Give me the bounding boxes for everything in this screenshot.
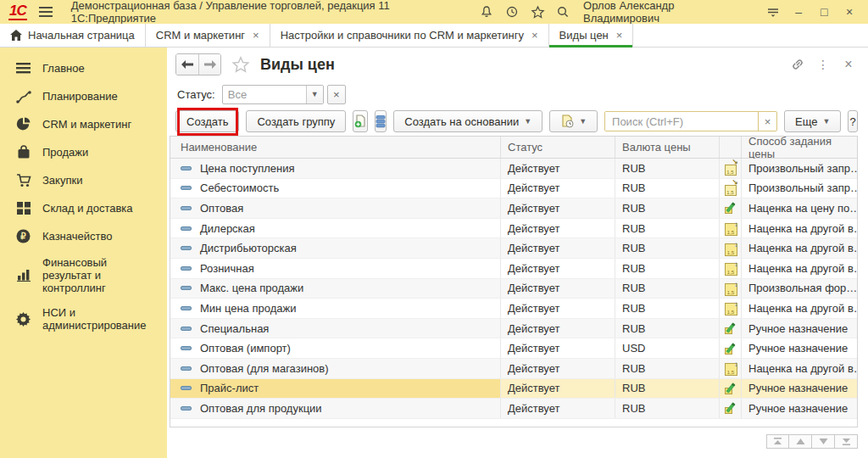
row-currency: RUB [615,198,720,218]
more-button[interactable]: Еще ▼ [784,110,841,132]
create-group-button[interactable]: Создать группу [246,110,346,132]
create-based-on-button[interactable]: Создать на основании ▼ [393,110,542,132]
table-row[interactable]: Оптовая для продукции Действует RUB Ручн… [170,399,857,419]
go-previous-button[interactable] [789,434,812,449]
menu-lines-icon [15,60,31,76]
table-row[interactable]: Оптовая (импорт) Действует USD Ручное на… [170,338,857,359]
table-row[interactable]: Оптовая (для магазинов) Действует RUB На… [170,359,857,379]
go-next-button[interactable] [812,434,835,449]
tab-crm-settings[interactable]: Настройки и справочники по CRM и маркети… [270,24,549,47]
table-row[interactable]: Дистрибьюторская Действует RUB Наценка н… [170,238,857,259]
table-row[interactable]: Прайс-лист Действует RUB Ручное назначен… [170,379,857,399]
price-method-icon [724,382,737,395]
column-header-method-icon[interactable] [720,137,742,158]
create-button[interactable]: Создать [175,110,239,132]
chevron-down-icon: ▼ [579,117,587,126]
price-method-icon [724,282,737,295]
sidebar-item-administration[interactable]: НСИ и администрирование [0,300,167,338]
price-kind-dash-icon [181,386,192,390]
window-minimize-button[interactable]: – [788,3,809,21]
tab-crm-marketing[interactable]: CRM и маркетинг × [146,24,270,47]
form-close-icon[interactable]: × [841,57,856,72]
price-kind-dash-icon [181,306,192,310]
table-row[interactable]: Себестоимость Действует RUB Произвольный… [170,179,857,199]
sidebar-item-sales[interactable]: Продажи [0,138,167,166]
tab-label: Виды цен [559,29,609,42]
help-button[interactable]: ? [848,110,858,132]
status-filter-combobox[interactable]: Все ▼ [222,85,324,104]
home-icon [10,30,22,41]
app-title: Демонстрационная база / Управление торго… [71,0,477,25]
window-close-button[interactable]: × [839,3,860,21]
tab-close-icon[interactable]: × [253,29,259,42]
go-last-button[interactable] [835,434,858,449]
row-method: Наценка на цену по… [742,198,857,218]
table-row[interactable]: Макс. цена продажи Действует RUB Произво… [170,279,857,299]
arrow-left-icon [181,60,193,69]
form-more-menu-icon[interactable]: ⋮ [815,57,831,72]
table-row[interactable]: Мин цена продажи Действует RUB Наценка н… [170,299,857,319]
notifications-bell-icon[interactable] [476,3,497,21]
chevron-down-icon[interactable]: ▼ [306,86,323,103]
table-row[interactable]: Дилерская Действует RUB Наценка на друго… [170,219,857,239]
add-to-favorites-star-icon[interactable] [231,56,250,74]
row-currency: RUB [615,379,720,399]
price-method-icon [724,261,737,275]
table-row[interactable]: Розничная Действует RUB Наценка на друго… [170,259,857,279]
tab-price-kinds[interactable]: Виды цен × [549,24,634,47]
sidebar-item-finance[interactable]: Финансовый результат и контроллинг [0,250,167,300]
row-name: Оптовая (для магазинов) [200,362,329,375]
table-row[interactable]: Оптовая Действует RUB Наценка на цену по… [170,198,857,219]
copy-item-button[interactable] [353,110,368,132]
report-dropdown-button[interactable]: ▼ [549,110,598,132]
back-button[interactable] [176,54,198,75]
get-link-icon[interactable] [790,57,805,72]
main-menu-icon[interactable] [39,7,53,17]
tab-close-icon[interactable]: × [616,29,623,42]
table-row[interactable]: Специальная Действует RUB Ручное назначе… [170,319,857,339]
search-input[interactable] [605,112,758,131]
row-currency: RUB [615,359,720,378]
column-header-currency[interactable]: Валюта цены [615,137,720,158]
price-method-icon [724,182,737,195]
row-name: Цена поступления [200,162,295,175]
search-clear-icon[interactable]: × [758,112,776,131]
row-name: Дилерская [200,222,255,235]
table-row[interactable]: Цена поступления Действует RUB Произволь… [170,159,857,179]
search-box[interactable]: × [604,111,777,131]
table-body: Цена поступления Действует RUB Произволь… [170,159,857,419]
sidebar-item-label: Казначейство [42,230,112,243]
window-maximize-button[interactable]: □ [814,3,834,21]
sidebar-item-crm[interactable]: CRM и маркетинг [0,110,167,138]
pie-chart-icon [15,116,31,132]
row-method: Ручное назначение [742,399,857,418]
column-header-status[interactable]: Статус [501,137,615,158]
favorites-star-icon[interactable] [527,3,548,21]
triangle-up-icon [796,438,805,445]
tab-close-icon[interactable]: × [531,29,538,42]
sidebar-item-treasury[interactable]: ₽ Казначейство [0,222,167,250]
copy-document-icon [353,114,367,128]
sidebar-item-warehouse[interactable]: Склад и доставка [0,194,167,222]
row-status: Действует [501,338,615,358]
forward-button[interactable] [198,54,220,75]
row-status: Действует [501,379,615,399]
current-user[interactable]: Орлов Александр Владимирович [583,0,753,25]
column-header-name[interactable]: Наименование [170,137,501,158]
go-first-button[interactable] [766,434,789,449]
price-method-icon [724,242,737,255]
service-menu-icon[interactable] [763,3,783,21]
global-search-icon[interactable] [553,3,573,21]
sidebar-item-purchases[interactable]: Закупки [0,166,167,194]
tab-home[interactable]: Начальная страница [0,24,146,47]
list-settings-button[interactable] [375,110,387,132]
row-status: Действует [501,259,615,278]
sidebar-item-label: Планирование [42,90,118,103]
status-filter-clear-button[interactable]: × [327,85,346,104]
sidebar-item-main[interactable]: Главное [0,54,167,82]
sidebar-item-planning[interactable]: Планирование [0,82,167,110]
column-header-method[interactable]: Способ задания цены [742,137,857,158]
history-icon[interactable] [502,3,522,21]
cart-icon [15,172,31,188]
row-method: Наценка на другой в… [742,219,857,238]
